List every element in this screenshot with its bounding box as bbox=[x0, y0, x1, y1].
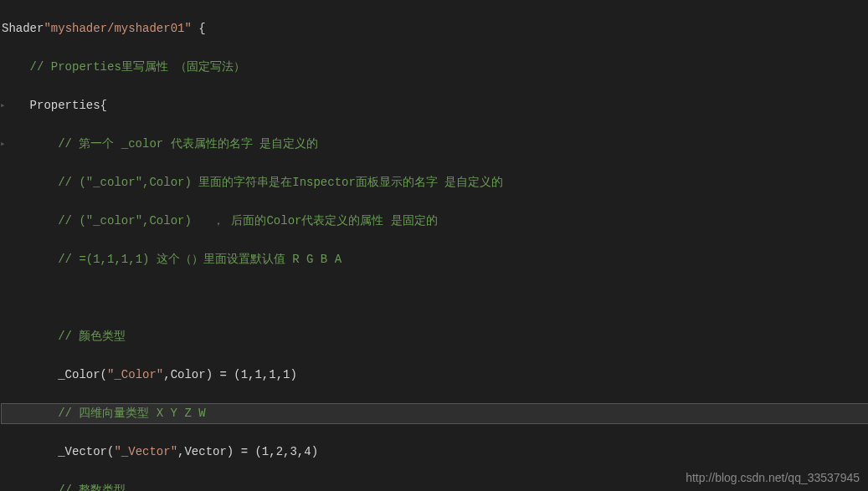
string: "myshader/myshader01" bbox=[44, 22, 191, 35]
code-line: // ("_color",Color) ， 后面的Color代表定义的属性 是固… bbox=[2, 212, 868, 231]
text: ,Color) = (1,1,1,1) bbox=[163, 368, 297, 381]
comment: // 整数类型 bbox=[2, 483, 126, 491]
string: "_Color" bbox=[107, 368, 163, 381]
string: "_Vector" bbox=[114, 445, 177, 458]
watermark-text: http://blog.csdn.net/qq_33537945 bbox=[686, 468, 860, 488]
punct: { bbox=[192, 22, 206, 35]
code-line bbox=[2, 289, 868, 308]
comment: // 第一个 _color 代表属性的名字 是自定义的 bbox=[2, 137, 318, 151]
code-line: // Properties里写属性 （固定写法） bbox=[2, 58, 868, 77]
comment: // ("_color",Color) ， 后面的Color代表定义的属性 是固… bbox=[2, 214, 438, 228]
code-line: _Color("_Color",Color) = (1,1,1,1) bbox=[2, 366, 868, 385]
text: _Vector( bbox=[2, 445, 114, 458]
text: ,Vector) = (1,2,3,4) bbox=[177, 445, 318, 458]
comment: // =(1,1,1,1) 这个（）里面设置默认值 R G B A bbox=[2, 253, 342, 266]
code-line: // =(1,1,1,1) 这个（）里面设置默认值 R G B A bbox=[2, 250, 868, 269]
code-line: ▸ Properties{ bbox=[2, 96, 868, 115]
keyword: Shader bbox=[2, 22, 44, 35]
fold-icon[interactable]: ▸ bbox=[0, 96, 7, 115]
code-line: // ("_color",Color) 里面的字符串是在Inspector面板显… bbox=[2, 173, 868, 192]
fold-icon[interactable]: ▸ bbox=[0, 135, 7, 154]
comment: // Properties里写属性 （固定写法） bbox=[2, 60, 245, 74]
code-line: ▸ // 第一个 _color 代表属性的名字 是自定义的 bbox=[2, 135, 868, 154]
comment: // ("_color",Color) 里面的字符串是在Inspector面板显… bbox=[2, 176, 503, 189]
code-editor[interactable]: Shader"myshader/myshader01" { // Propert… bbox=[0, 0, 868, 491]
text: _Color( bbox=[2, 368, 107, 381]
code-line: // 颜色类型 bbox=[2, 327, 868, 346]
text: Properties{ bbox=[2, 99, 107, 112]
code-line: Shader"myshader/myshader01" { bbox=[2, 19, 868, 38]
comment: // 颜色类型 bbox=[2, 330, 126, 343]
comment: // 四维向量类型 X Y Z W bbox=[2, 407, 206, 420]
code-line-active: // 四维向量类型 X Y Z W bbox=[2, 404, 868, 423]
code-line: _Vector("_Vector",Vector) = (1,2,3,4) bbox=[2, 442, 868, 462]
